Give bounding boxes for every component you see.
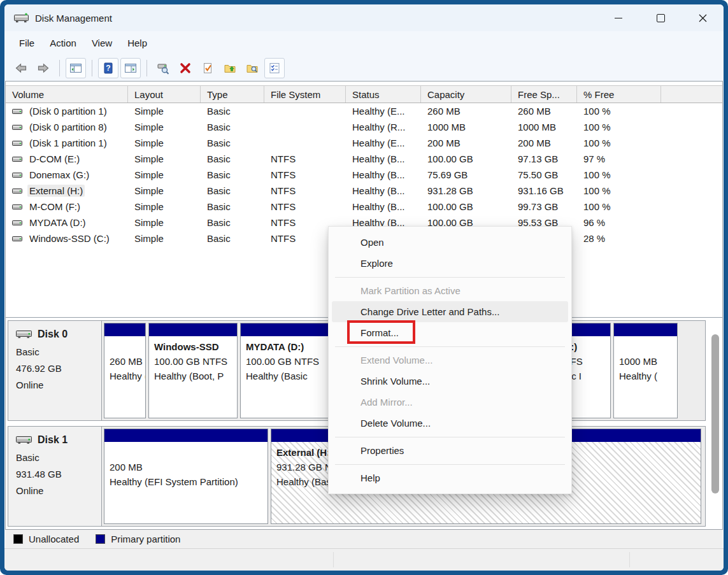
volume-name: (Disk 0 partition 1) bbox=[27, 105, 109, 117]
disk-icon bbox=[16, 329, 32, 339]
disk-name: Disk 1 bbox=[38, 434, 68, 446]
menu-item-change-drive-letter-and-paths[interactable]: Change Drive Letter and Paths... bbox=[332, 301, 568, 322]
menu-item-help[interactable]: Help bbox=[329, 467, 571, 488]
cell-status: Healthy (E... bbox=[346, 138, 421, 148]
folder-search-button[interactable] bbox=[242, 58, 262, 78]
column-header-filler bbox=[661, 86, 722, 103]
app-icon bbox=[14, 13, 29, 24]
cell-free-space: 99.73 GB bbox=[511, 201, 577, 212]
menu-item-explore[interactable]: Explore bbox=[329, 253, 571, 274]
disk-label-panel[interactable]: Disk 1Basic931.48 GBOnline bbox=[8, 427, 102, 526]
partition-name bbox=[110, 446, 262, 460]
folder-search-icon bbox=[246, 62, 259, 75]
back-button[interactable] bbox=[11, 58, 31, 78]
scrollbar-thumb[interactable] bbox=[711, 334, 719, 493]
disk-status: Online bbox=[16, 377, 101, 394]
disk-size: 931.48 GB bbox=[16, 466, 101, 483]
disk-title: Disk 0 bbox=[16, 329, 101, 340]
volume-row[interactable]: Donemax (G:)SimpleBasicNTFSHealthy (B...… bbox=[6, 167, 722, 183]
volume-row[interactable]: (Disk 1 partition 1)SimpleBasicHealthy (… bbox=[6, 135, 722, 151]
menu-action[interactable]: Action bbox=[42, 35, 84, 51]
toolbar-separator bbox=[59, 60, 60, 76]
volume-name: M-COM (F:) bbox=[27, 201, 82, 213]
column-header-file-system[interactable]: File System bbox=[264, 86, 346, 103]
menu-item-properties[interactable]: Properties bbox=[329, 440, 571, 461]
graph-scrollbar[interactable] bbox=[711, 319, 720, 527]
volume-icon bbox=[12, 139, 22, 147]
disk-size: 476.92 GB bbox=[16, 360, 101, 377]
cell-capacity: 931.28 GB bbox=[421, 185, 511, 196]
properties-list-button[interactable] bbox=[264, 58, 285, 78]
partition[interactable]: 260 MBHealthy ( bbox=[104, 323, 146, 418]
cell-type: Basic bbox=[201, 138, 264, 148]
disk-label-panel[interactable]: Disk 0Basic476.92 GBOnline bbox=[8, 321, 102, 420]
volume-row[interactable]: D-COM (E:)SimpleBasicNTFSHealthy (B...10… bbox=[6, 151, 722, 167]
toolbar-separator bbox=[146, 60, 147, 76]
volume-icon bbox=[12, 187, 22, 195]
cell-pct-free: 97 % bbox=[577, 153, 661, 164]
partition[interactable]: 1000 MBHealthy ( bbox=[613, 323, 678, 418]
cell-type: Basic bbox=[201, 169, 264, 180]
menu-file[interactable]: File bbox=[11, 35, 42, 51]
partition-body: MYDATA (D:)100.00 GB NTFSHealthy (Basic bbox=[241, 336, 329, 418]
statusbar-divider bbox=[333, 552, 334, 567]
maximize-button[interactable] bbox=[639, 4, 682, 31]
volume-row[interactable]: (Disk 0 partition 1)SimpleBasicHealthy (… bbox=[6, 103, 722, 119]
volume-icon bbox=[12, 108, 22, 115]
partition[interactable]: 200 MBHealthy (EFI System Partition) bbox=[104, 429, 268, 524]
partition-header bbox=[614, 323, 677, 336]
menu-item-open[interactable]: Open bbox=[329, 232, 571, 253]
volume-row[interactable]: (Disk 0 partition 8)SimpleBasicHealthy (… bbox=[6, 119, 722, 135]
forward-button[interactable] bbox=[33, 58, 54, 78]
menu-help[interactable]: Help bbox=[120, 35, 155, 51]
column-header-type[interactable]: Type bbox=[201, 86, 264, 103]
show-action-pane-icon bbox=[124, 62, 137, 75]
cell-free-space: 97.13 GB bbox=[511, 153, 577, 164]
disk-info: Basic931.48 GBOnline bbox=[16, 450, 101, 499]
check-button[interactable] bbox=[197, 58, 218, 78]
cell-file-system: NTFS bbox=[264, 153, 346, 164]
minimize-button[interactable] bbox=[597, 4, 639, 31]
menu-item-shrink-volume[interactable]: Shrink Volume... bbox=[329, 371, 571, 392]
legend-label: Unallocated bbox=[29, 534, 79, 544]
folder-up-button[interactable] bbox=[220, 58, 240, 78]
menu-view[interactable]: View bbox=[84, 35, 120, 51]
column-header-status[interactable]: Status bbox=[346, 86, 421, 103]
partition-size: 200 MB bbox=[110, 460, 262, 475]
column-header-volume[interactable]: Volume bbox=[6, 86, 128, 103]
disk-title: Disk 1 bbox=[16, 434, 101, 446]
column-header-layout[interactable]: Layout bbox=[128, 86, 201, 103]
disk-type: Basic bbox=[16, 450, 101, 466]
menu-item-delete-volume[interactable]: Delete Volume... bbox=[329, 413, 571, 434]
statusbar-divider bbox=[629, 552, 630, 567]
rescan-disks-icon bbox=[157, 62, 169, 75]
partition-status: Healthy (Basic bbox=[246, 369, 324, 384]
column-header-free[interactable]: % Free bbox=[577, 86, 661, 103]
partition-name bbox=[110, 340, 140, 355]
menu-separator bbox=[329, 274, 571, 280]
partition[interactable]: MYDATA (D:)100.00 GB NTFSHealthy (Basic bbox=[240, 323, 329, 418]
cell-capacity: 75.69 GB bbox=[421, 169, 511, 180]
partition-header bbox=[104, 429, 268, 442]
help-button[interactable]: ? bbox=[98, 58, 118, 78]
show-action-pane-button[interactable] bbox=[120, 58, 141, 78]
legend-label: Primary partition bbox=[111, 534, 180, 544]
partition-body: 260 MBHealthy ( bbox=[104, 336, 145, 418]
column-header-capacity[interactable]: Capacity bbox=[421, 86, 511, 103]
rescan-disks-button[interactable] bbox=[153, 58, 173, 78]
cell-volume: D-COM (E:) bbox=[6, 153, 128, 165]
column-header-free-sp[interactable]: Free Sp... bbox=[511, 86, 577, 103]
delete-button[interactable] bbox=[175, 58, 196, 78]
show-console-tree-button[interactable] bbox=[66, 58, 86, 78]
close-button[interactable] bbox=[682, 4, 724, 31]
cell-status: Healthy (R... bbox=[346, 122, 421, 132]
partition-header bbox=[149, 323, 237, 336]
volume-row[interactable]: M-COM (F:)SimpleBasicNTFSHealthy (B...10… bbox=[6, 199, 722, 215]
cell-layout: Simple bbox=[128, 233, 201, 244]
volume-name: D-COM (E:) bbox=[27, 153, 82, 165]
menu-separator bbox=[329, 343, 571, 350]
partition-status: Healthy (Boot, P bbox=[154, 369, 232, 384]
cell-capacity: 260 MB bbox=[421, 106, 511, 117]
volume-row[interactable]: External (H:)SimpleBasicNTFSHealthy (B..… bbox=[6, 183, 722, 199]
partition[interactable]: Windows-SSD100.00 GB NTFSHealthy (Boot, … bbox=[148, 323, 238, 418]
